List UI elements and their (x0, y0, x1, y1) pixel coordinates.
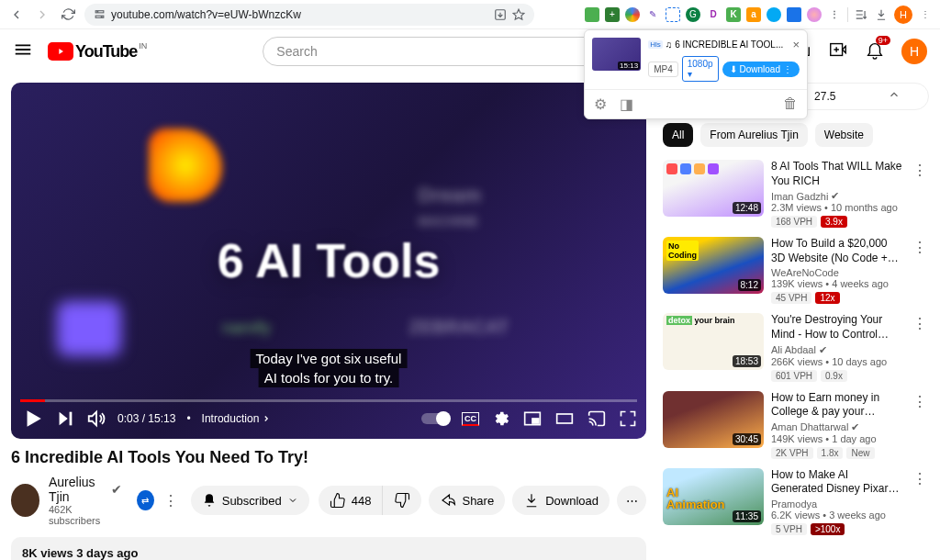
ext-icon-7[interactable]: K (726, 7, 741, 22)
channel-menu-icon[interactable]: ⋮ (163, 492, 178, 510)
rec-channel[interactable]: Aman Dhattarwal ✔ (771, 421, 903, 433)
eyedropper-icon[interactable]: ✎ (645, 7, 660, 22)
guide-menu-button[interactable] (13, 39, 33, 63)
join-icon[interactable]: ⇄ (137, 490, 154, 510)
rec-duration: 11:35 (733, 510, 761, 522)
reload-button[interactable] (59, 6, 77, 24)
ext-icon-9[interactable] (767, 7, 781, 22)
recommendation-item[interactable]: 30:45 How to Earn money in College & pay… (663, 391, 929, 459)
chip-all[interactable]: All (663, 123, 693, 147)
reading-list-icon[interactable] (854, 7, 868, 22)
settings-button[interactable] (492, 409, 510, 428)
rec-thumbnail[interactable]: NoCoding 8:12 (663, 237, 764, 294)
chip-from-channel[interactable]: From Aurelius Tjin (700, 123, 807, 147)
more-actions-button[interactable]: ⋯ (617, 486, 646, 515)
browser-menu-icon[interactable]: ⋮ (918, 7, 933, 22)
description-box[interactable]: 8K views 3 days ago ⭐ Start your website… (11, 537, 646, 560)
svg-marker-5 (513, 9, 524, 19)
rec-title: 8 AI Tools That WILL Make You RICH (771, 160, 903, 188)
rec-channel[interactable]: WeAreNoCode (771, 267, 903, 278)
ext-icon-11[interactable] (807, 7, 822, 22)
time-display: 0:03 / 15:13 (118, 412, 175, 425)
play-button[interactable] (20, 407, 44, 431)
volume-button[interactable] (86, 409, 106, 429)
youtube-logo[interactable]: YouTube IN (48, 42, 147, 62)
video-title: 6 Incredible AI Tools You Need To Try! (11, 448, 646, 467)
like-button[interactable]: 448 (319, 486, 384, 515)
theater-button[interactable] (554, 409, 575, 428)
rec-meta: 139K views • 4 weeks ago (771, 278, 903, 289)
profile-avatar-browser[interactable]: H (894, 6, 912, 24)
next-button[interactable] (55, 409, 75, 429)
rec-menu-icon[interactable]: ⋮ (911, 313, 929, 381)
downloader-thumb-duration: 15:13 (618, 62, 640, 70)
address-bar[interactable]: youtube.com/watch?v=eUW-bWnzcKw (84, 4, 534, 26)
share-button[interactable]: Share (429, 486, 505, 515)
fullscreen-button[interactable] (619, 409, 637, 428)
recommendation-item[interactable]: AIAnimation 11:35 How to Make AI Generat… (663, 468, 929, 535)
rec-menu-icon[interactable]: ⋮ (911, 237, 929, 304)
ext-icon-2[interactable]: + (605, 7, 620, 22)
back-button[interactable] (7, 6, 26, 24)
rec-channel[interactable]: Iman Gadzhi ✔ (771, 190, 903, 202)
format-select[interactable]: MP4 (648, 62, 678, 77)
ext-icon-10[interactable] (787, 7, 801, 22)
video-meta-row: Aurelius Tjin ✔ 462K subscribers ⇄ ⋮ Sub… (11, 475, 646, 526)
ext-icon-6[interactable]: D (706, 7, 721, 22)
video-player[interactable]: DreamMACHINE 6 AI Tools namify ZEBRACAT … (11, 83, 646, 439)
channel-name[interactable]: Aurelius Tjin (49, 475, 107, 504)
notifications-button[interactable]: 9+ (865, 39, 885, 63)
captions-button[interactable]: CC (462, 412, 479, 426)
verified-icon: ✔ (851, 421, 859, 433)
rec-thumbnail[interactable]: AIAnimation 11:35 (663, 468, 764, 525)
dislike-button[interactable] (383, 486, 421, 515)
rec-badge: 12x (815, 292, 839, 304)
rec-menu-icon[interactable]: ⋮ (911, 391, 929, 459)
ext-icon-1[interactable] (585, 7, 599, 22)
stats-collapse-icon[interactable] (888, 88, 901, 105)
rec-meta: 2.3M views • 10 months ago (771, 202, 903, 213)
forward-button[interactable] (33, 6, 51, 24)
rec-badge: 5 VPH (771, 523, 807, 535)
rec-duration: 18:53 (733, 355, 761, 367)
downloader-panel-icon[interactable]: ◨ (620, 95, 633, 113)
channel-avatar[interactable] (11, 484, 39, 517)
chapter-link[interactable]: Introduction (202, 412, 272, 425)
autoplay-toggle[interactable] (421, 413, 449, 424)
subscribe-button[interactable]: Subscribed (191, 486, 309, 515)
extensions-menu-icon[interactable]: ⋮ (827, 7, 842, 22)
rec-menu-icon[interactable]: ⋮ (911, 468, 929, 535)
ext-icon-4[interactable] (666, 7, 680, 22)
svg-point-2 (97, 11, 98, 12)
svg-rect-13 (532, 419, 539, 423)
account-avatar[interactable]: H (901, 39, 927, 64)
rec-thumbnail[interactable]: 12:48 (663, 160, 764, 217)
downloads-icon[interactable] (874, 7, 889, 22)
ext-icon-8[interactable]: a (746, 7, 761, 22)
downloader-delete-icon[interactable]: 🗑 (783, 95, 798, 113)
recommendation-item[interactable]: 12:48 8 AI Tools That WILL Make You RICH… (663, 160, 929, 228)
download-button[interactable]: Download (512, 486, 610, 515)
rec-thumbnail[interactable]: detox your brain 18:53 (663, 313, 764, 370)
quality-select[interactable]: 1080p ▾ (682, 56, 719, 82)
rec-channel[interactable]: Ali Abdaal ✔ (771, 344, 903, 356)
rec-channel[interactable]: Pramodya (771, 498, 903, 510)
rec-menu-icon[interactable]: ⋮ (911, 160, 929, 228)
ext-icon-3[interactable] (625, 7, 640, 22)
downloader-settings-icon[interactable]: ⚙ (594, 95, 607, 113)
chip-website[interactable]: Website (815, 123, 873, 147)
ext-icon-5[interactable]: G (686, 7, 700, 22)
install-icon[interactable] (494, 8, 507, 21)
bookmark-star-icon[interactable] (512, 8, 525, 21)
miniplayer-button[interactable] (523, 409, 542, 428)
downloader-close-button[interactable]: × (792, 38, 800, 51)
filter-chips: All From Aurelius Tjin Website (663, 123, 929, 147)
create-button[interactable] (828, 39, 848, 63)
recommendation-item[interactable]: detox your brain 18:53 You're Destroying… (663, 313, 929, 381)
cast-button[interactable] (588, 409, 606, 428)
notification-count: 9+ (876, 36, 890, 45)
downloader-download-button[interactable]: ⬇ Download ⋮ (722, 62, 800, 77)
recommendation-item[interactable]: NoCoding 8:12 How To Build a $20,000 3D … (663, 237, 929, 304)
rec-thumbnail[interactable]: 30:45 (663, 391, 764, 448)
rec-badge: New (846, 447, 874, 459)
